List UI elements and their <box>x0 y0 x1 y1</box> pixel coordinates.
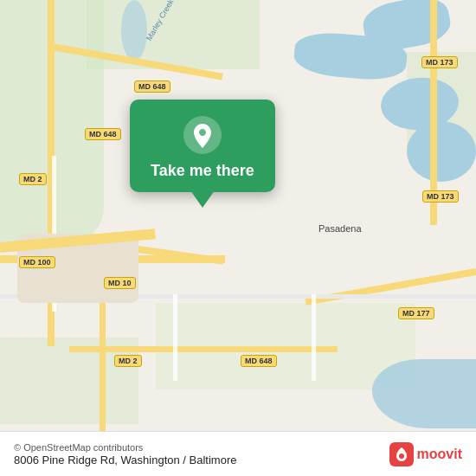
moovit-logo-text: moovit <box>417 447 462 462</box>
water-mid-right-2 <box>407 121 476 182</box>
popup-card[interactable]: Take me there <box>130 100 275 192</box>
road-label-md173-top: MD 173 <box>421 56 458 68</box>
water-creek <box>121 0 147 61</box>
svg-point-0 <box>183 116 222 154</box>
road-connector-3 <box>312 294 316 381</box>
road-label-md648-mid: MD 648 <box>85 128 121 140</box>
road-label-md173-mid: MD 173 <box>422 190 459 203</box>
road-label-md2-bot: MD 2 <box>114 355 142 367</box>
svg-point-2 <box>399 453 404 459</box>
attribution-text: © OpenStreetMap contributors <box>14 442 237 453</box>
location-pin-icon <box>183 115 222 155</box>
road-label-md2-left: MD 2 <box>19 173 47 185</box>
moovit-logo: moovit <box>389 442 462 466</box>
road-connector-2 <box>173 294 177 381</box>
address-text: 8006 Pine Ridge Rd, Washington / Baltimo… <box>14 453 237 466</box>
road-label-md648-bot: MD 648 <box>241 355 277 367</box>
place-label-pasadena: Pasadena <box>318 223 362 234</box>
road-label-md100: MD 100 <box>19 256 55 268</box>
bottom-bar: © OpenStreetMap contributors 8006 Pine R… <box>0 431 476 476</box>
take-me-there-button[interactable]: Take me there <box>151 162 254 180</box>
road-label-md10: MD 10 <box>104 277 136 289</box>
road-md648-bot <box>69 346 338 352</box>
road-label-md648-top: MD 648 <box>134 80 170 93</box>
road-label-md177: MD 177 <box>398 307 434 319</box>
map-container: Marley Creek MD 648 MD 2 MD 100 MD 648 M… <box>0 0 476 476</box>
moovit-logo-icon <box>389 442 414 466</box>
